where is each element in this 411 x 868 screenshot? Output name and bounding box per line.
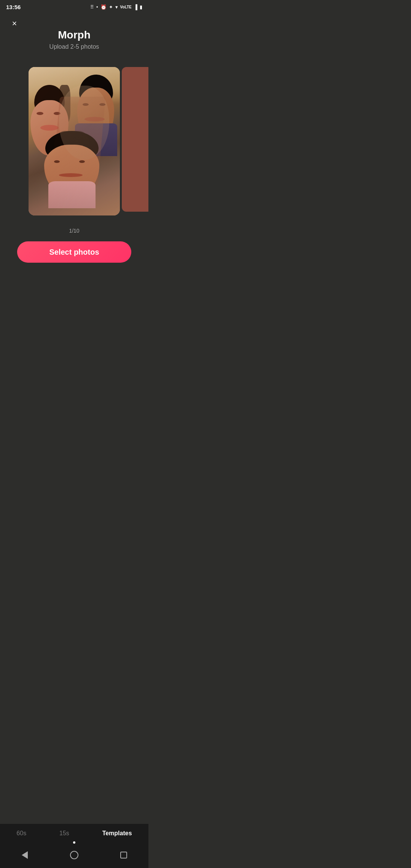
status-icons: ⠿ • ⏰ ✦ ▾ VoLTE ▐ ▮ <box>90 4 142 10</box>
wifi-icon: ▾ <box>115 4 118 10</box>
page-title: Morph <box>8 29 141 41</box>
status-time: 13:56 <box>6 4 21 10</box>
sound-wave-icon: ⠿ <box>90 4 94 10</box>
signal-icon: ▐ <box>134 4 137 10</box>
bluetooth-icon: ✦ <box>109 4 113 10</box>
carousel-pagination: 1/10 <box>0 228 148 234</box>
lte-icon: VoLTE <box>120 5 132 9</box>
select-photos-button[interactable]: Select photos <box>17 241 131 263</box>
page-subtitle: Upload 2-5 photos <box>8 43 141 50</box>
app-header: Morph Upload 2-5 photos <box>0 29 148 50</box>
photo-card-secondary[interactable] <box>122 67 148 212</box>
close-button[interactable]: × <box>8 17 21 30</box>
photo-card-main[interactable] <box>29 67 120 215</box>
dot-icon: • <box>96 4 98 10</box>
close-icon: × <box>12 19 17 29</box>
battery-icon: ▮ <box>140 4 142 10</box>
side-card-color-block <box>122 67 148 212</box>
status-bar: 13:56 ⠿ • ⏰ ✦ ▾ VoLTE ▐ ▮ <box>0 0 148 14</box>
photo-image <box>29 67 120 215</box>
photo-carousel[interactable] <box>0 59 148 223</box>
alarm-icon: ⏰ <box>100 4 107 10</box>
